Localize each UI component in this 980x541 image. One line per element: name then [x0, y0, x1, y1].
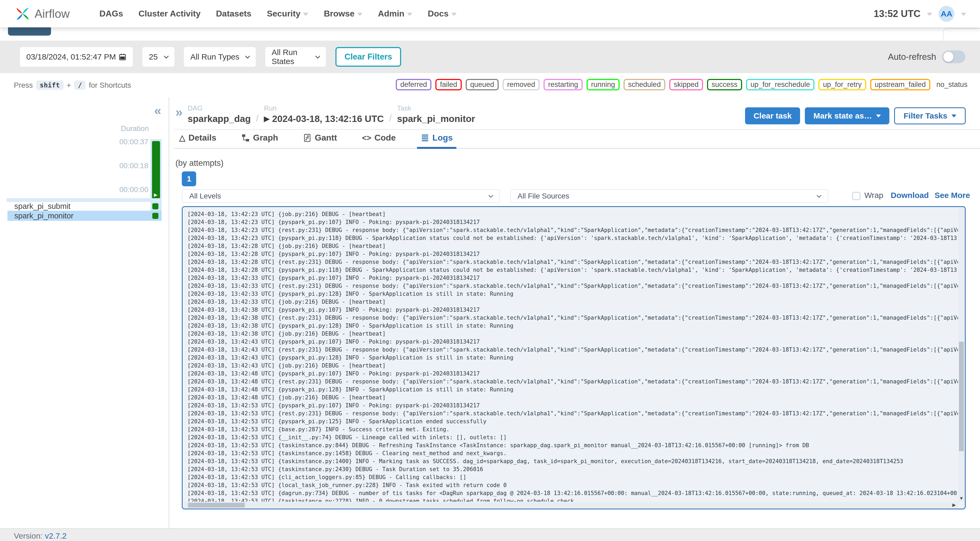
log-line: [2024-03-18, 13:42:38 UTC] {rest.py:231}…: [188, 314, 958, 322]
chevron-down-icon: [876, 115, 881, 118]
log-line: [2024-03-18, 13:42:53 UTC] {taskinstance…: [188, 457, 958, 465]
toggle-knob: [943, 52, 953, 62]
log-line: [2024-03-18, 13:42:43 UTC] {pyspark_pi.p…: [188, 338, 958, 346]
dag-id-link[interactable]: sparkapp_dag: [188, 113, 251, 124]
state-badges: deferred failed queued removed restartin…: [396, 79, 930, 90]
log-line: [2024-03-18, 13:42:23 UTC] {rest.py:231}…: [188, 226, 958, 234]
horizontal-scrollbar-thumb[interactable]: [188, 503, 245, 508]
task-row[interactable]: spark_pi_monitor: [8, 211, 162, 221]
status-badge[interactable]: scheduled: [624, 79, 665, 90]
detail-tabs: △ Details Graph Gantt <> Code Logs: [175, 133, 457, 148]
see-more-link[interactable]: See More: [935, 191, 970, 200]
run-states-value: All Run States: [272, 48, 312, 66]
nav-item[interactable]: Datasets: [216, 9, 251, 19]
wrap-checkbox[interactable]: [852, 192, 861, 200]
nav-item[interactable]: DAGs: [99, 9, 123, 19]
nav-item[interactable]: Cluster Activity: [138, 9, 200, 19]
run-date-input[interactable]: 03/18/2024, 01:52:47 PM: [20, 47, 133, 67]
status-badge[interactable]: restarting: [544, 79, 582, 90]
auto-refresh-toggle[interactable]: [942, 51, 966, 63]
log-horizontal-scrollbar[interactable]: ▶: [183, 502, 958, 508]
brand-wordmark: Airflow: [35, 7, 70, 21]
version-link[interactable]: v2.7.2: [45, 531, 67, 540]
run-types-select[interactable]: All Run Types: [184, 47, 256, 67]
status-badge[interactable]: running: [587, 79, 620, 90]
task-instance-success-icon[interactable]: [152, 213, 158, 219]
chevron-down-icon[interactable]: [927, 13, 932, 16]
clear-task-button[interactable]: Clear task: [745, 107, 800, 124]
status-badge[interactable]: deferred: [396, 79, 432, 90]
status-badge[interactable]: failed: [435, 79, 462, 90]
nav-item[interactable]: Browse: [324, 9, 363, 19]
duration-axis-tick: 00:00:18: [119, 162, 148, 170]
file-sources-select[interactable]: All File Sources: [510, 189, 828, 203]
tab-details[interactable]: △ Details: [175, 133, 220, 148]
status-badge[interactable]: skipped: [669, 79, 703, 90]
log-line: [2024-03-18, 13:42:38 UTC] {pyspark_pi.p…: [188, 306, 958, 314]
run-states-select[interactable]: All Run States: [265, 47, 326, 67]
run-id-link[interactable]: ▶ 2024-03-18, 13:42:16 UTC: [264, 113, 384, 124]
task-name[interactable]: spark_pi_monitor: [8, 212, 73, 220]
shortcuts-press-text: Press: [14, 81, 33, 89]
tab-graph[interactable]: Graph: [238, 133, 282, 148]
status-badge[interactable]: up_for_reschedule: [746, 79, 815, 90]
status-badge[interactable]: success: [707, 79, 742, 90]
breadcrumb: DAG sparkapp_dag / Run ▶ 2024-03-18, 13:…: [188, 104, 475, 124]
run-id-text: 2024-03-18, 13:42:16 UTC: [272, 113, 384, 124]
task-name[interactable]: spark_pi_submit: [8, 202, 70, 211]
log-levels-select[interactable]: All Levels: [182, 189, 500, 203]
airflow-logo-icon[interactable]: [14, 5, 31, 22]
dag-label: DAG: [188, 104, 251, 112]
auto-refresh-control: Auto-refresh: [888, 51, 966, 63]
log-line: [2024-03-18, 13:42:23 UTC] {pyspark_pi.p…: [188, 218, 958, 226]
log-line: [2024-03-18, 13:42:53 UTC] {cli_action_l…: [188, 473, 958, 481]
utc-clock[interactable]: 13:52 UTC: [874, 8, 920, 19]
dag-run-duration-bar[interactable]: ▶: [152, 141, 160, 199]
breadcrumb-separator: /: [256, 113, 259, 124]
tab-logs[interactable]: Logs: [417, 133, 457, 148]
slash-key-badge: /: [74, 81, 86, 90]
breadcrumb-task: Task spark_pi_monitor: [397, 104, 475, 124]
log-line: [2024-03-18, 13:42:53 UTC] {dagrun.py:73…: [188, 489, 958, 497]
log-line: [2024-03-18, 13:42:38 UTC] {job.py:216} …: [188, 330, 958, 338]
chevron-down-icon[interactable]: [961, 13, 966, 16]
mark-state-button[interactable]: Mark state as…: [805, 107, 889, 124]
log-vertical-scrollbar[interactable]: ▼: [958, 207, 964, 502]
task-row[interactable]: spark_pi_submit: [8, 202, 162, 211]
vertical-scrollbar-thumb[interactable]: [959, 342, 964, 451]
status-badge[interactable]: upstream_failed: [870, 79, 930, 90]
shortcuts-suffix-text: for Shortcuts: [89, 81, 131, 89]
task-instance-success-icon[interactable]: [152, 203, 158, 209]
calendar-icon[interactable]: [119, 53, 127, 61]
tab-gantt[interactable]: Gantt: [299, 133, 341, 148]
run-label: Run: [264, 104, 384, 112]
log-line: [2024-03-18, 13:42:53 UTC] {taskinstance…: [188, 497, 958, 502]
log-line: [2024-03-18, 13:42:33 UTC] {rest.py:231}…: [188, 282, 958, 290]
task-id-link[interactable]: spark_pi_monitor: [397, 113, 475, 124]
log-line: [2024-03-18, 13:42:38 UTC] {pyspark_pi.p…: [188, 322, 958, 330]
logs-icon: [421, 134, 429, 142]
airflow-grid-page: Airflow DAGs Cluster Activity Datasets: [0, 0, 980, 541]
scroll-right-icon[interactable]: ▶: [952, 502, 956, 508]
log-line: [2024-03-18, 13:42:23 UTC] {job.py:216} …: [188, 210, 958, 218]
log-line: [2024-03-18, 13:42:28 UTC] {rest.py:231}…: [188, 258, 958, 266]
scroll-down-icon[interactable]: ▼: [958, 496, 964, 501]
avatar[interactable]: AA: [939, 6, 955, 22]
nav-item[interactable]: Security: [267, 9, 308, 19]
nav-item[interactable]: Admin: [378, 9, 412, 19]
breadcrumb-chevrons-icon[interactable]: »: [175, 106, 183, 118]
tab-code[interactable]: <> Code: [358, 133, 399, 148]
download-link[interactable]: Download: [891, 191, 929, 200]
attempt-1-button[interactable]: 1: [182, 171, 196, 186]
filter-tasks-button[interactable]: Filter Tasks: [894, 107, 966, 124]
clear-filters-button[interactable]: Clear Filters: [336, 47, 401, 67]
status-badge[interactable]: up_for_retry: [818, 79, 866, 90]
status-badge[interactable]: queued: [466, 79, 499, 90]
task-label: Task: [397, 104, 475, 112]
log-line: [2024-03-18, 13:42:48 UTC] {pyspark_pi.p…: [188, 385, 958, 393]
nav-item[interactable]: Docs: [428, 9, 457, 19]
page-size-select[interactable]: 25: [142, 47, 174, 67]
collapse-panel-icon[interactable]: «: [154, 104, 161, 117]
panel-divider: [169, 97, 169, 528]
status-badge[interactable]: removed: [503, 79, 539, 90]
